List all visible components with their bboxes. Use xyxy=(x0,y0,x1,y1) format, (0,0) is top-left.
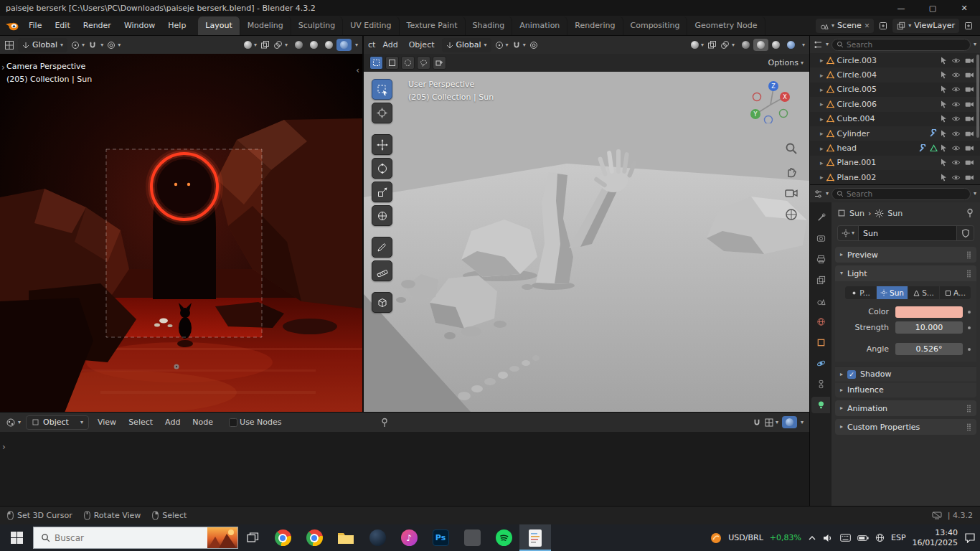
menu-select[interactable]: Select xyxy=(125,418,156,427)
chevron-down-icon[interactable]: ▾ xyxy=(826,191,829,197)
tool-scale[interactable] xyxy=(372,182,392,202)
volume-icon[interactable] xyxy=(823,534,834,542)
tray-expand-chevron-icon[interactable] xyxy=(808,535,816,541)
object-name[interactable]: Cube.004 xyxy=(837,114,875,123)
expand-arrow-icon[interactable]: ▸ xyxy=(820,116,824,123)
tab-constraints[interactable] xyxy=(811,376,830,392)
camera-view-icon[interactable] xyxy=(785,188,798,198)
strength-field[interactable]: 10.000 xyxy=(895,321,963,334)
expand-arrow-icon[interactable]: ▸ xyxy=(820,57,824,64)
shading-material-button[interactable] xyxy=(768,39,783,51)
viewport-solid[interactable]: ct Add Object Global ▾ ▾ ▾ ▾ xyxy=(364,36,809,413)
outliner-row[interactable]: ▸Cylinder xyxy=(810,126,980,141)
taskbar-app-steam[interactable] xyxy=(362,524,393,551)
tool-add-cube[interactable] xyxy=(372,292,392,313)
properties-search[interactable] xyxy=(831,188,971,200)
tool-cursor[interactable] xyxy=(372,103,392,123)
shadow-subpanel-header[interactable]: ▸ ✓ Shadow xyxy=(835,366,976,382)
expand-arrow-icon[interactable]: ▸ xyxy=(820,86,824,93)
task-view-button[interactable] xyxy=(238,524,267,551)
tool-rotate[interactable] xyxy=(372,158,392,179)
shading-rendered-button[interactable] xyxy=(336,39,352,51)
ticker-pair[interactable]: USD/BRL xyxy=(728,533,763,542)
disable-render-camera-icon[interactable] xyxy=(965,101,974,108)
shadow-checkbox[interactable]: ✓ xyxy=(847,370,856,379)
tab-rendering[interactable]: Rendering xyxy=(567,17,623,35)
menu-file[interactable]: File xyxy=(22,21,48,30)
selectable-toggle-icon[interactable] xyxy=(941,130,947,138)
taskbar-app-document[interactable] xyxy=(519,524,551,551)
light-type-sun-button[interactable]: Sun xyxy=(877,286,908,299)
tab-geometry-nodes[interactable]: Geometry Node xyxy=(687,17,765,35)
light-data-dropdown[interactable]: ▾ xyxy=(837,225,858,241)
influence-subpanel-header[interactable]: ▸ Influence xyxy=(835,382,976,397)
selectable-toggle-icon[interactable] xyxy=(941,85,947,93)
angle-field[interactable]: 0.526° xyxy=(895,343,963,355)
selectable-toggle-icon[interactable] xyxy=(941,174,947,182)
shading-solid-button[interactable] xyxy=(306,39,321,51)
expand-arrow-icon[interactable]: ▸ xyxy=(820,145,824,152)
hide-eye-icon[interactable] xyxy=(951,72,961,78)
panel-drag-dots-icon[interactable] xyxy=(966,251,971,259)
viewport-rendered[interactable]: Global ▾ ▾ ▾ ▾ ▾ ▾ xyxy=(0,36,362,413)
panel-custom-properties-header[interactable]: ▸ Custom Properties xyxy=(835,419,976,435)
overlays-dropdown[interactable]: ▾ xyxy=(273,40,288,50)
panel-animation-header[interactable]: ▸ Animation xyxy=(835,400,976,416)
data-name-field[interactable] xyxy=(858,225,957,241)
zoom-icon[interactable] xyxy=(785,142,798,155)
object-name[interactable]: Circle.004 xyxy=(837,70,877,80)
outliner-search[interactable] xyxy=(831,39,971,51)
object-name[interactable]: Plane.002 xyxy=(837,173,877,182)
outliner-row[interactable]: ▸Plane.002 xyxy=(810,170,980,184)
minimize-icon[interactable]: — xyxy=(885,0,917,16)
expand-arrow-icon[interactable]: ▸ xyxy=(820,72,824,79)
proportional-edit-toggle[interactable] xyxy=(529,41,538,50)
expand-arrow-icon[interactable]: ▸ xyxy=(820,100,824,108)
language-indicator[interactable]: ESP xyxy=(891,533,906,542)
menu-render[interactable]: Render xyxy=(77,21,118,30)
outliner-scrollbar[interactable] xyxy=(976,55,979,138)
pin-icon[interactable] xyxy=(380,418,389,428)
hide-eye-icon[interactable] xyxy=(951,86,961,93)
light-type-area-button[interactable]: A... xyxy=(940,286,971,299)
filter-chevron-icon[interactable]: ▾ xyxy=(974,191,976,197)
chevron-down-icon[interactable]: ▾ xyxy=(801,420,804,425)
light-color-swatch[interactable] xyxy=(895,306,963,318)
shading-sphere-dropdown[interactable]: ▾ xyxy=(691,41,704,49)
use-nodes-checkbox[interactable] xyxy=(229,418,237,427)
new-scene-icon[interactable] xyxy=(877,20,889,32)
outliner-row[interactable]: ▸Circle.005 xyxy=(810,83,980,97)
tab-object-data[interactable] xyxy=(811,397,830,413)
object-name[interactable]: Circle.005 xyxy=(837,85,877,94)
shading-solid-button[interactable] xyxy=(753,39,768,51)
network-globe-icon[interactable] xyxy=(875,533,885,542)
outliner-row[interactable]: ▸Circle.004 xyxy=(810,67,980,82)
solid-scene-canvas[interactable]: User Perspective (205) Collection | Sun xyxy=(364,72,809,413)
sidebar-expand-arrow-icon[interactable]: ‹ xyxy=(356,65,359,75)
object-name[interactable]: Circle.006 xyxy=(837,100,877,109)
pan-hand-icon[interactable] xyxy=(785,165,798,178)
editor-type-dropdown[interactable]: ▾ xyxy=(6,418,21,428)
snap-toggle[interactable]: ▾ xyxy=(512,41,526,50)
tab-output[interactable] xyxy=(811,251,830,268)
shading-wireframe-button[interactable] xyxy=(291,39,306,51)
new-viewlayer-icon[interactable] xyxy=(963,20,974,32)
shader-type-selector[interactable]: Object ▾ xyxy=(26,415,89,430)
menu-edit[interactable]: Edit xyxy=(48,21,76,30)
snap-toggle[interactable] xyxy=(88,41,97,50)
menu-object[interactable]: Object xyxy=(405,40,438,50)
tool-options-dropdown[interactable]: Options ▾ xyxy=(768,58,804,67)
tab-shading[interactable]: Shading xyxy=(466,17,513,35)
tab-object[interactable] xyxy=(811,334,830,351)
blender-logo-icon[interactable] xyxy=(5,21,19,31)
xray-toggle[interactable] xyxy=(707,40,717,50)
properties-editor-icon[interactable] xyxy=(814,189,823,199)
outliner-row[interactable]: ▸Plane.001 xyxy=(810,156,980,170)
disable-render-camera-icon[interactable] xyxy=(965,57,974,64)
selectable-toggle-icon[interactable] xyxy=(941,100,947,108)
transform-orientation-dropdown[interactable]: Global ▾ xyxy=(18,38,67,52)
selectable-toggle-icon[interactable] xyxy=(941,115,947,123)
outliner-search-input[interactable] xyxy=(847,40,966,49)
menu-help[interactable]: Help xyxy=(161,21,192,30)
taskbar-app-chrome-1[interactable] xyxy=(267,524,298,551)
